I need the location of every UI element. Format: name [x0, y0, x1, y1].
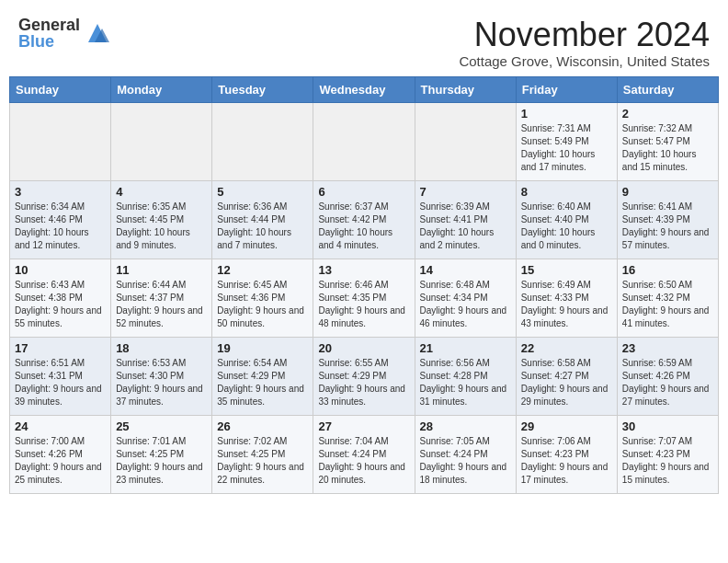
calendar-cell: 14Sunrise: 6:48 AM Sunset: 4:34 PM Dayli…: [415, 259, 516, 337]
col-thursday: Thursday: [415, 76, 516, 102]
calendar-header: Sunday Monday Tuesday Wednesday Thursday…: [10, 76, 719, 102]
day-info: Sunrise: 6:54 AM Sunset: 4:29 PM Dayligh…: [217, 357, 308, 408]
logo-blue: Blue: [18, 33, 80, 50]
calendar-cell: 6Sunrise: 6:37 AM Sunset: 4:42 PM Daylig…: [313, 180, 415, 259]
calendar-cell: 7Sunrise: 6:39 AM Sunset: 4:41 PM Daylig…: [415, 180, 516, 259]
title-area: November 2024 Cottage Grove, Wisconsin, …: [459, 17, 710, 69]
day-info: Sunrise: 6:56 AM Sunset: 4:28 PM Dayligh…: [420, 357, 511, 408]
day-info: Sunrise: 6:50 AM Sunset: 4:32 PM Dayligh…: [622, 279, 713, 330]
day-number: 17: [15, 341, 106, 355]
calendar-cell: 10Sunrise: 6:43 AM Sunset: 4:38 PM Dayli…: [10, 259, 111, 337]
day-number: 12: [217, 263, 308, 277]
logo: General Blue: [18, 17, 111, 50]
day-number: 8: [521, 185, 612, 199]
day-number: 22: [521, 341, 612, 355]
day-number: 30: [622, 419, 713, 433]
day-number: 16: [622, 263, 713, 277]
day-number: 3: [15, 185, 106, 199]
day-number: 7: [420, 185, 511, 199]
day-info: Sunrise: 6:51 AM Sunset: 4:31 PM Dayligh…: [15, 357, 106, 408]
calendar: Sunday Monday Tuesday Wednesday Thursday…: [9, 76, 719, 494]
day-info: Sunrise: 6:36 AM Sunset: 4:44 PM Dayligh…: [217, 201, 308, 252]
day-number: 6: [318, 185, 409, 199]
day-info: Sunrise: 7:05 AM Sunset: 4:24 PM Dayligh…: [420, 435, 511, 487]
calendar-cell: 20Sunrise: 6:55 AM Sunset: 4:29 PM Dayli…: [313, 337, 415, 415]
calendar-cell: 1Sunrise: 7:31 AM Sunset: 5:49 PM Daylig…: [516, 102, 617, 180]
col-saturday: Saturday: [617, 76, 718, 102]
day-info: Sunrise: 6:49 AM Sunset: 4:33 PM Dayligh…: [521, 279, 612, 330]
calendar-cell: [212, 102, 313, 180]
day-info: Sunrise: 7:00 AM Sunset: 4:26 PM Dayligh…: [15, 435, 106, 487]
day-number: 11: [116, 263, 207, 277]
logo-general: General: [18, 17, 80, 33]
col-sunday: Sunday: [10, 76, 111, 102]
calendar-wrapper: Sunday Monday Tuesday Wednesday Thursday…: [0, 76, 728, 503]
day-info: Sunrise: 6:59 AM Sunset: 4:26 PM Dayligh…: [622, 357, 713, 408]
calendar-cell: 9Sunrise: 6:41 AM Sunset: 4:39 PM Daylig…: [617, 180, 718, 259]
calendar-week-4: 24Sunrise: 7:00 AM Sunset: 4:26 PM Dayli…: [10, 415, 719, 493]
calendar-cell: 5Sunrise: 6:36 AM Sunset: 4:44 PM Daylig…: [212, 180, 313, 259]
day-number: 20: [318, 341, 409, 355]
day-info: Sunrise: 6:41 AM Sunset: 4:39 PM Dayligh…: [622, 201, 713, 252]
calendar-week-1: 3Sunrise: 6:34 AM Sunset: 4:46 PM Daylig…: [10, 180, 719, 259]
month-title: November 2024: [459, 17, 710, 53]
day-number: 15: [521, 263, 612, 277]
calendar-cell: [415, 102, 516, 180]
calendar-cell: 21Sunrise: 6:56 AM Sunset: 4:28 PM Dayli…: [415, 337, 516, 415]
logo-icon: [84, 19, 111, 47]
day-number: 25: [116, 419, 207, 433]
day-info: Sunrise: 6:39 AM Sunset: 4:41 PM Dayligh…: [420, 201, 511, 252]
col-tuesday: Tuesday: [212, 76, 313, 102]
calendar-cell: 24Sunrise: 7:00 AM Sunset: 4:26 PM Dayli…: [10, 415, 111, 493]
calendar-cell: 29Sunrise: 7:06 AM Sunset: 4:23 PM Dayli…: [516, 415, 617, 493]
calendar-cell: 16Sunrise: 6:50 AM Sunset: 4:32 PM Dayli…: [617, 259, 718, 337]
day-number: 29: [521, 419, 612, 433]
day-number: 14: [420, 263, 511, 277]
calendar-cell: [111, 102, 212, 180]
day-number: 26: [217, 419, 308, 433]
calendar-cell: 11Sunrise: 6:44 AM Sunset: 4:37 PM Dayli…: [111, 259, 212, 337]
calendar-cell: [10, 102, 111, 180]
calendar-cell: 3Sunrise: 6:34 AM Sunset: 4:46 PM Daylig…: [10, 180, 111, 259]
calendar-cell: 8Sunrise: 6:40 AM Sunset: 4:40 PM Daylig…: [516, 180, 617, 259]
calendar-cell: 27Sunrise: 7:04 AM Sunset: 4:24 PM Dayli…: [313, 415, 415, 493]
calendar-cell: 2Sunrise: 7:32 AM Sunset: 5:47 PM Daylig…: [617, 102, 718, 180]
calendar-cell: 25Sunrise: 7:01 AM Sunset: 4:25 PM Dayli…: [111, 415, 212, 493]
calendar-cell: 15Sunrise: 6:49 AM Sunset: 4:33 PM Dayli…: [516, 259, 617, 337]
day-info: Sunrise: 7:06 AM Sunset: 4:23 PM Dayligh…: [521, 435, 612, 487]
calendar-cell: 4Sunrise: 6:35 AM Sunset: 4:45 PM Daylig…: [111, 180, 212, 259]
day-info: Sunrise: 7:31 AM Sunset: 5:49 PM Dayligh…: [521, 122, 612, 174]
page-header: General Blue November 2024 Cottage Grove…: [0, 0, 728, 76]
day-number: 5: [217, 185, 308, 199]
calendar-week-0: 1Sunrise: 7:31 AM Sunset: 5:49 PM Daylig…: [10, 102, 719, 180]
day-info: Sunrise: 6:37 AM Sunset: 4:42 PM Dayligh…: [318, 201, 409, 252]
day-info: Sunrise: 7:02 AM Sunset: 4:25 PM Dayligh…: [217, 435, 308, 487]
day-info: Sunrise: 6:46 AM Sunset: 4:35 PM Dayligh…: [318, 279, 409, 330]
calendar-cell: 26Sunrise: 7:02 AM Sunset: 4:25 PM Dayli…: [212, 415, 313, 493]
day-info: Sunrise: 6:58 AM Sunset: 4:27 PM Dayligh…: [521, 357, 612, 408]
day-header-row: Sunday Monday Tuesday Wednesday Thursday…: [10, 76, 719, 102]
day-number: 4: [116, 185, 207, 199]
calendar-cell: 17Sunrise: 6:51 AM Sunset: 4:31 PM Dayli…: [10, 337, 111, 415]
day-info: Sunrise: 7:04 AM Sunset: 4:24 PM Dayligh…: [318, 435, 409, 487]
day-info: Sunrise: 6:40 AM Sunset: 4:40 PM Dayligh…: [521, 201, 612, 252]
day-number: 18: [116, 341, 207, 355]
day-number: 28: [420, 419, 511, 433]
calendar-cell: 28Sunrise: 7:05 AM Sunset: 4:24 PM Dayli…: [415, 415, 516, 493]
calendar-cell: 18Sunrise: 6:53 AM Sunset: 4:30 PM Dayli…: [111, 337, 212, 415]
day-number: 9: [622, 185, 713, 199]
day-number: 1: [521, 107, 612, 121]
calendar-body: 1Sunrise: 7:31 AM Sunset: 5:49 PM Daylig…: [10, 102, 719, 493]
day-info: Sunrise: 6:53 AM Sunset: 4:30 PM Dayligh…: [116, 357, 207, 408]
calendar-cell: 19Sunrise: 6:54 AM Sunset: 4:29 PM Dayli…: [212, 337, 313, 415]
day-number: 24: [15, 419, 106, 433]
calendar-cell: 23Sunrise: 6:59 AM Sunset: 4:26 PM Dayli…: [617, 337, 718, 415]
day-number: 19: [217, 341, 308, 355]
calendar-week-3: 17Sunrise: 6:51 AM Sunset: 4:31 PM Dayli…: [10, 337, 719, 415]
calendar-week-2: 10Sunrise: 6:43 AM Sunset: 4:38 PM Dayli…: [10, 259, 719, 337]
calendar-cell: [313, 102, 415, 180]
calendar-cell: 30Sunrise: 7:07 AM Sunset: 4:23 PM Dayli…: [617, 415, 718, 493]
day-info: Sunrise: 6:45 AM Sunset: 4:36 PM Dayligh…: [217, 279, 308, 330]
col-wednesday: Wednesday: [313, 76, 415, 102]
location: Cottage Grove, Wisconsin, United States: [459, 53, 710, 69]
